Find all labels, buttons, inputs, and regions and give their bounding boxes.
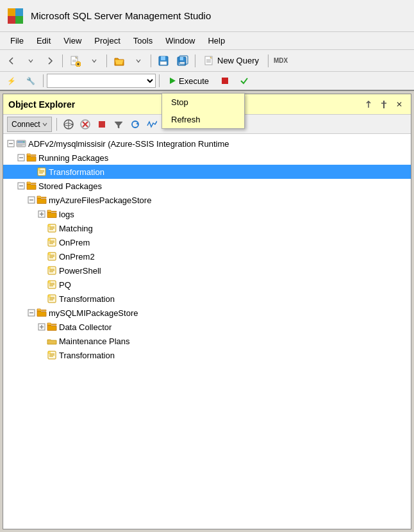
menu-project[interactable]: Project <box>89 35 125 47</box>
expand-icon-mySQLMI[interactable] <box>26 308 37 318</box>
expand-icon-logs[interactable] <box>37 209 47 219</box>
tree-item-mySQLMI[interactable]: mySQLMIPackageStore <box>3 306 411 320</box>
svg-rect-39 <box>17 144 25 145</box>
object-explorer-tree: ADFv2/mysqlmissisir (Azure-SSIS Integrat… <box>3 134 411 529</box>
menu-view[interactable]: View <box>58 35 87 47</box>
database-dropdown[interactable] <box>47 74 156 88</box>
expand-icon-datacollector[interactable] <box>37 322 47 332</box>
tree-item-onprem[interactable]: OnPrem <box>3 235 411 249</box>
expand-icon-server[interactable] <box>6 138 16 149</box>
package-icon-transformation2 <box>47 294 57 304</box>
tree-label-matching: Matching <box>59 224 93 233</box>
oe-pin-down-icon[interactable] <box>362 98 375 111</box>
context-menu-refresh[interactable]: Refresh <box>162 111 244 128</box>
oe-stop-icon[interactable] <box>95 117 109 131</box>
tree-label-onprem: OnPrem <box>59 238 90 247</box>
expand-icon-transformation2[interactable] <box>37 294 47 304</box>
ssms-icon <box>6 7 24 25</box>
folder-icon-datacollector <box>47 322 57 332</box>
tree-item-running[interactable]: Running Packages <box>3 151 411 165</box>
oe-filter-icon[interactable] <box>112 117 126 131</box>
svg-rect-12 <box>161 56 165 60</box>
folder-small-icon-maintenanceplans <box>47 336 57 346</box>
execute-button[interactable]: Execute <box>163 73 215 88</box>
tree-label-transformation: Transformation <box>49 167 104 177</box>
menu-help[interactable]: Help <box>203 35 230 47</box>
package-icon-transformation3 <box>47 350 57 360</box>
tree-item-stored[interactable]: Stored Packages <box>3 179 411 193</box>
package-icon-onprem2 <box>47 251 57 262</box>
oe-pin-icon[interactable] <box>377 98 390 111</box>
new-query-button[interactable]: New Query <box>199 53 265 69</box>
toolbar2-icon1[interactable]: ⚡ <box>3 72 21 89</box>
package-icon-onprem <box>47 237 57 247</box>
svg-point-38 <box>23 142 24 143</box>
expand-icon-transformation3[interactable] <box>37 350 47 360</box>
folder-icon-stored <box>26 181 37 191</box>
tree-label-maintenanceplans: Maintenance Plans <box>59 337 130 346</box>
expand-icon-stored[interactable] <box>16 181 26 191</box>
oe-connect-icon[interactable] <box>62 117 76 131</box>
svg-rect-32 <box>99 121 105 128</box>
context-menu-stop[interactable]: Stop <box>162 94 244 111</box>
oe-connect-button[interactable]: Connect <box>7 117 52 132</box>
main-toolbar: New Query MDX <box>0 50 414 72</box>
new-file-button[interactable] <box>66 53 84 69</box>
context-menu: Stop Refresh <box>161 93 245 129</box>
tree-label-stored: Stored Packages <box>38 181 102 191</box>
expand-icon-pq[interactable] <box>37 279 47 290</box>
folder-icon-running <box>26 153 37 163</box>
back-dropdown[interactable] <box>22 53 40 69</box>
folder-icon-logs <box>47 209 57 219</box>
tree-item-transformation[interactable]: Transformation <box>3 165 411 179</box>
tree-item-maintenanceplans[interactable]: Maintenance Plans <box>3 334 411 348</box>
tree-item-transformation3[interactable]: Transformation <box>3 348 411 362</box>
expand-icon-running[interactable] <box>16 153 26 163</box>
tree-item-onprem2[interactable]: OnPrem2 <box>3 249 411 263</box>
save-button[interactable] <box>154 53 172 69</box>
svg-rect-13 <box>160 62 167 65</box>
menu-tools[interactable]: Tools <box>128 35 158 47</box>
tree-item-powershell[interactable]: PowerShell <box>3 263 411 278</box>
expand-icon-onprem[interactable] <box>37 237 47 247</box>
tree-label-logs: logs <box>59 210 74 219</box>
tree-item-myAzure[interactable]: myAzureFilesPackageStore <box>3 193 411 207</box>
expand-icon-powershell[interactable] <box>37 265 47 276</box>
tree-item-matching[interactable]: Matching <box>3 221 411 235</box>
expand-icon-transformation[interactable] <box>26 167 37 177</box>
oe-refresh-icon[interactable] <box>128 117 142 131</box>
oe-disconnect-icon[interactable] <box>78 117 92 131</box>
open-dropdown[interactable] <box>129 53 147 69</box>
oe-activity-icon[interactable] <box>145 117 159 131</box>
toolbar-separator-1 <box>62 54 63 67</box>
save-all-button[interactable] <box>174 53 192 69</box>
menu-file[interactable]: File <box>5 35 29 47</box>
tree-label-transformation3: Transformation <box>59 351 115 360</box>
app-title: Microsoft SQL Server Management Studio <box>31 10 211 21</box>
tree-item-transformation2[interactable]: Transformation <box>3 292 411 306</box>
tree-item-pq[interactable]: PQ <box>3 278 411 292</box>
tree-label-server: ADFv2/mysqlmissisir (Azure-SSIS Integrat… <box>28 139 229 149</box>
toolbar2-icon2[interactable]: 🔧 <box>22 72 40 89</box>
new-file-dropdown[interactable] <box>85 53 103 69</box>
menu-window[interactable]: Window <box>160 35 200 47</box>
expand-icon-matching[interactable] <box>37 223 47 233</box>
tree-label-myAzure: myAzureFilesPackageStore <box>49 195 151 205</box>
oe-close-icon[interactable]: ✕ <box>393 98 406 111</box>
svg-rect-15 <box>179 57 183 60</box>
toolbar-separator-3 <box>151 54 151 67</box>
expand-icon-myAzure[interactable] <box>26 195 37 205</box>
tree-item-server[interactable]: ADFv2/mysqlmissisir (Azure-SSIS Integrat… <box>3 137 411 151</box>
mdx-button[interactable]: MDX <box>272 53 290 69</box>
tree-item-logs[interactable]: logs <box>3 207 411 221</box>
tree-item-datacollector[interactable]: Data Collector <box>3 320 411 334</box>
forward-button[interactable] <box>41 53 59 69</box>
oe-connect-label: Connect <box>12 120 40 129</box>
parse-button[interactable] <box>235 72 253 89</box>
expand-icon-onprem2[interactable] <box>37 251 47 262</box>
menu-edit[interactable]: Edit <box>31 35 56 47</box>
stop-query-button[interactable] <box>216 72 234 89</box>
expand-icon-maintenanceplans[interactable] <box>37 336 47 346</box>
open-button[interactable] <box>110 53 128 69</box>
back-button[interactable] <box>3 53 21 69</box>
